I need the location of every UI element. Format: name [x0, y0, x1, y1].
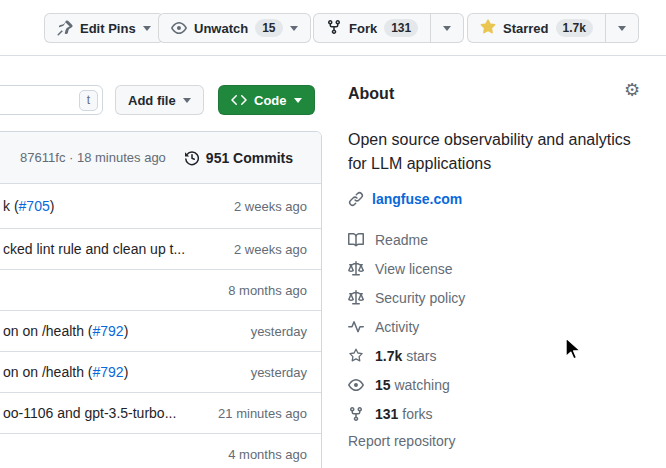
table-row[interactable]: oo-1106 and gpt-3.5-turbo... 21 minutes …: [0, 392, 321, 433]
commit-age: yesterday: [243, 324, 307, 339]
table-row[interactable]: 4 months ago: [0, 433, 321, 468]
sidebar-link-forks[interactable]: 131 forks: [348, 404, 465, 424]
code-icon: [231, 92, 247, 108]
fork-icon: [326, 19, 342, 38]
history-icon: [184, 150, 200, 166]
issue-ref-link[interactable]: #792: [93, 323, 124, 339]
commit-message: on on /health (#792): [3, 323, 128, 339]
fork-button[interactable]: Fork 131: [313, 13, 431, 43]
sidebar-link-watching[interactable]: 15 watching: [348, 375, 465, 395]
commit-message: k (#705): [3, 198, 54, 214]
website-row: langfuse.com: [348, 191, 462, 207]
starred-label: Starred: [503, 21, 549, 36]
fork-icon: [348, 406, 364, 422]
commit-age: yesterday: [243, 365, 307, 380]
about-sidebar: About ⚙ Open source observability and an…: [348, 75, 648, 468]
issue-ref-link[interactable]: #792: [93, 364, 124, 380]
add-file-button[interactable]: Add file: [115, 85, 204, 115]
commit-message: oo-1106 and gpt-3.5-turbo...: [3, 405, 176, 421]
book-icon: [348, 232, 364, 248]
commit-age: 2 weeks ago: [226, 199, 307, 214]
eye-icon: [171, 20, 187, 36]
commit-message: cked lint rule and clean up t...: [3, 241, 185, 257]
link-icon: [348, 191, 364, 207]
chevron-down-icon: [443, 26, 451, 31]
about-title: About: [348, 85, 394, 103]
eye-icon: [348, 377, 364, 393]
code-label: Code: [254, 93, 287, 108]
commit-age: 4 months ago: [220, 447, 307, 462]
fork-label: Fork: [349, 21, 377, 36]
sidebar-link-readme[interactable]: Readme: [348, 230, 465, 250]
table-row[interactable]: on on /health (#792) yesterday: [0, 351, 321, 392]
chevron-down-icon: [183, 98, 191, 103]
forks-count-badge: 131: [384, 19, 418, 37]
sidebar-link-stars[interactable]: 1.7k stars: [348, 346, 465, 366]
commit-history-link[interactable]: 951 Commits: [184, 150, 293, 166]
star-o-icon: [348, 348, 364, 364]
pulse-icon: [348, 319, 364, 335]
unwatch-label: Unwatch: [194, 21, 248, 36]
sidebar-link-activity[interactable]: Activity: [348, 317, 465, 337]
watchers-count-badge: 15: [255, 19, 282, 37]
table-row[interactable]: 8 months ago: [0, 269, 321, 310]
stars-count-badge: 1.7k: [556, 19, 593, 37]
keyboard-shortcut-hint: t: [79, 90, 98, 111]
go-to-file-input[interactable]: t: [0, 85, 103, 115]
repo-description-line2: for LLM applications: [348, 152, 631, 176]
repo-description-line1: Open source observability and analytics: [348, 128, 631, 152]
sidebar-link-view-license[interactable]: View license: [348, 259, 465, 279]
starred-button[interactable]: Starred 1.7k: [467, 13, 606, 43]
law-icon: [348, 290, 364, 306]
chevron-down-icon: [618, 26, 626, 31]
table-row[interactable]: k (#705) 2 weeks ago: [0, 184, 321, 228]
commits-count-label: 951 Commits: [206, 150, 293, 166]
commit-age: 21 minutes ago: [210, 406, 307, 421]
chevron-down-icon: [294, 98, 302, 103]
pin-icon: [57, 20, 73, 36]
commit-age: 8 months ago: [220, 283, 307, 298]
issue-ref-link[interactable]: #705: [19, 198, 50, 214]
chevron-down-icon: [290, 26, 298, 31]
edit-pins-label: Edit Pins: [80, 21, 136, 36]
fork-dropdown-button[interactable]: [431, 13, 464, 43]
law-icon: [348, 261, 364, 277]
unwatch-button[interactable]: Unwatch 15: [158, 13, 311, 43]
github-repo-page: Edit Pins Unwatch 15 Fork 131 Starred 1.…: [0, 0, 666, 468]
commit-age: 2 weeks ago: [226, 242, 307, 257]
report-repository-link[interactable]: Report repository: [348, 433, 455, 449]
file-rows: k (#705) 2 weeks ago cked lint rule and …: [0, 184, 321, 468]
about-links-list: Readme View license Security policy Acti…: [348, 230, 465, 433]
star-filled-icon: [480, 19, 496, 38]
file-browser-table: 87611fc · 18 minutes ago 951 Commits k (…: [0, 131, 322, 468]
gear-icon[interactable]: ⚙: [624, 81, 640, 99]
chevron-down-icon: [143, 26, 151, 31]
code-button[interactable]: Code: [218, 85, 315, 115]
website-link[interactable]: langfuse.com: [372, 191, 462, 207]
latest-commit-bar: 87611fc · 18 minutes ago 951 Commits: [0, 132, 321, 184]
table-row[interactable]: on on /health (#792) yesterday: [0, 310, 321, 351]
latest-commit-hash-time[interactable]: 87611fc · 18 minutes ago: [20, 150, 166, 165]
repo-action-bar: Edit Pins Unwatch 15 Fork 131 Starred 1.…: [0, 0, 666, 56]
fork-button-group: Fork 131: [313, 13, 464, 43]
edit-pins-button[interactable]: Edit Pins: [44, 13, 164, 43]
star-dropdown-button[interactable]: [606, 13, 639, 43]
star-button-group: Starred 1.7k: [467, 13, 639, 43]
repo-description: Open source observability and analytics …: [348, 128, 631, 176]
add-file-label: Add file: [128, 93, 176, 108]
commit-message: on on /health (#792): [3, 364, 128, 380]
table-row[interactable]: cked lint rule and clean up t... 2 weeks…: [0, 228, 321, 269]
sidebar-link-security-policy[interactable]: Security policy: [348, 288, 465, 308]
